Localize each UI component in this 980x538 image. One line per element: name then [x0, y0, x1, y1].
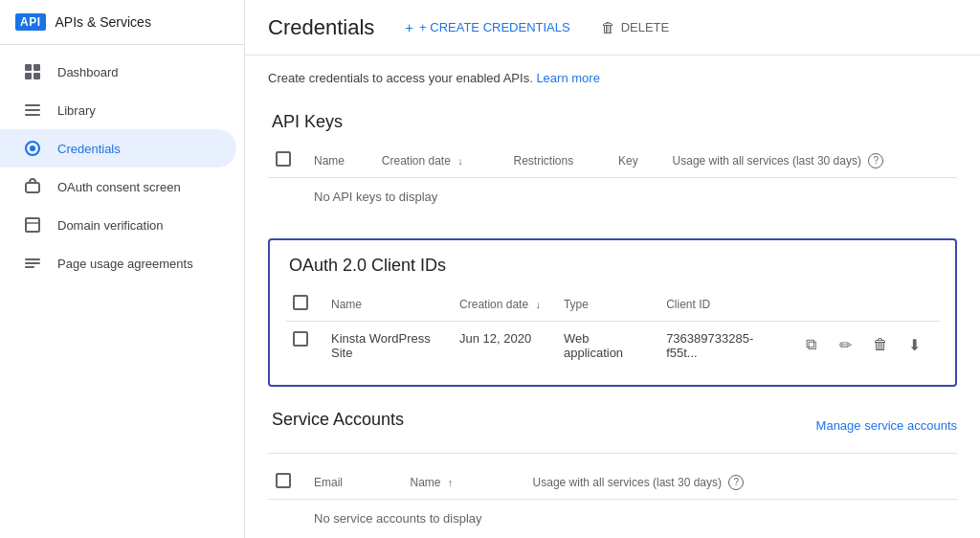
svg-rect-4	[25, 104, 40, 106]
api-keys-select-all-checkbox[interactable]	[276, 151, 291, 167]
sidebar-item-label-library: Library	[57, 103, 96, 118]
svg-rect-2	[25, 73, 32, 79]
sidebar-item-domain[interactable]: Domain verification	[0, 206, 236, 244]
create-credentials-button[interactable]: + + CREATE CREDENTIALS	[397, 13, 577, 41]
svg-rect-6	[25, 114, 40, 116]
delete-icon: 🗑	[601, 19, 615, 35]
oauth-row-checkbox-cell	[285, 322, 320, 370]
oauth-row-client-id: 736389733285-f55t...	[655, 322, 787, 370]
sidebar-title: APIs & Services	[56, 14, 151, 30]
oauth-row-checkbox[interactable]	[293, 331, 308, 347]
api-logo: API	[15, 13, 46, 31]
sidebar-item-label-domain: Domain verification	[57, 218, 164, 233]
svg-rect-9	[26, 183, 39, 192]
api-keys-header-checkbox-cell	[268, 144, 302, 178]
svg-rect-10	[26, 218, 39, 232]
api-keys-col-creation-date[interactable]: Creation date ↓	[370, 144, 502, 178]
svg-rect-0	[25, 64, 32, 71]
service-accounts-header: Service Accounts Manage service accounts	[268, 410, 957, 441]
info-text: Create credentials to access your enable…	[268, 71, 533, 85]
oauth-creation-date-sort-icon: ↓	[535, 299, 541, 310]
sidebar-credentials-icon	[23, 139, 42, 158]
content-area: Create credentials to access your enable…	[245, 56, 980, 538]
api-keys-col-usage: Usage with all services (last 30 days) ?	[661, 144, 957, 178]
section-divider	[268, 453, 957, 454]
action-icons: ⧉ ✏ 🗑 ⬇	[798, 331, 928, 358]
oauth-table: Name Creation date ↓ Type Client ID	[285, 287, 940, 370]
svg-rect-5	[25, 109, 40, 111]
sa-empty-text: No service accounts to display	[302, 500, 957, 538]
oauth-row-date: Jun 12, 2020	[448, 322, 552, 370]
creation-date-sort-icon: ↓	[457, 155, 463, 167]
oauth-title: OAuth 2.0 Client IDs	[285, 256, 940, 276]
oauth-row-type: Web application	[552, 322, 655, 370]
sidebar-library-icon	[23, 101, 42, 120]
oauth-header-checkbox-cell	[285, 287, 320, 322]
manage-service-accounts-link[interactable]: Manage service accounts	[816, 418, 957, 433]
sa-col-email: Email	[302, 465, 399, 500]
svg-rect-1	[33, 64, 40, 71]
sa-col-name[interactable]: Name ↑	[399, 465, 522, 500]
sidebar-item-dashboard[interactable]: Dashboard	[0, 53, 236, 91]
delete-button[interactable]: 🗑 DELETE	[593, 13, 678, 41]
api-keys-title: API Keys	[268, 112, 957, 132]
sidebar-nav: DashboardLibraryCredentialsOAuth consent…	[0, 45, 244, 282]
oauth-col-client-id: Client ID	[655, 287, 787, 322]
sidebar-oauth-icon	[23, 177, 42, 196]
api-keys-section: API Keys Name Creation date ↓ Restrictio…	[268, 112, 957, 215]
oauth-col-actions	[787, 287, 940, 322]
svg-rect-3	[33, 73, 40, 79]
sidebar-item-credentials[interactable]: Credentials	[0, 129, 236, 168]
sa-usage-help-icon[interactable]: ?	[728, 475, 744, 490]
sa-name-sort-icon: ↑	[448, 477, 454, 488]
api-keys-table: Name Creation date ↓ Restrictions Key Us…	[268, 144, 957, 215]
sidebar-item-label-page-usage: Page usage agreements	[57, 257, 193, 271]
api-keys-col-name: Name	[302, 144, 370, 178]
sa-header-checkbox-cell	[268, 465, 302, 500]
main-content: Credentials + + CREATE CREDENTIALS 🗑 DEL…	[245, 0, 980, 538]
svg-point-8	[30, 146, 35, 151]
create-credentials-label: + CREATE CREDENTIALS	[419, 20, 570, 34]
page-title: Credentials	[268, 15, 374, 40]
svg-rect-13	[25, 262, 40, 264]
sa-col-usage: Usage with all services (last 30 days) ?	[522, 465, 957, 500]
svg-rect-14	[25, 266, 34, 268]
oauth-row-name: Kinsta WordPress Site	[320, 322, 448, 370]
svg-rect-12	[25, 258, 40, 260]
service-accounts-section: Service Accounts Manage service accounts…	[268, 410, 957, 537]
oauth-col-type: Type	[552, 287, 655, 322]
sidebar-item-oauth[interactable]: OAuth consent screen	[0, 168, 236, 206]
sidebar-item-label-oauth: OAuth consent screen	[57, 180, 181, 194]
oauth-section: OAuth 2.0 Client IDs Name Creation date …	[268, 238, 957, 387]
sidebar-domain-icon	[23, 215, 42, 235]
plus-icon: +	[405, 19, 413, 35]
sidebar-item-label-credentials: Credentials	[57, 142, 121, 156]
learn-more-link[interactable]: Learn more	[536, 71, 599, 85]
trash-icon[interactable]: 🗑	[867, 331, 894, 358]
info-bar: Create credentials to access your enable…	[268, 71, 957, 93]
api-keys-col-restrictions: Restrictions	[501, 144, 607, 178]
usage-help-icon[interactable]: ?	[868, 153, 883, 168]
sidebar-item-library[interactable]: Library	[0, 91, 236, 129]
api-keys-empty-row: No API keys to display	[268, 178, 957, 216]
sidebar-header: API APIs & Services	[0, 0, 244, 45]
oauth-row-actions: ⧉ ✏ 🗑 ⬇	[787, 322, 940, 370]
edit-icon[interactable]: ✏	[833, 331, 859, 358]
sidebar: API APIs & Services DashboardLibraryCred…	[0, 0, 245, 538]
download-icon[interactable]: ⬇	[902, 331, 928, 358]
api-keys-col-key: Key	[607, 144, 660, 178]
sidebar-dashboard-icon	[23, 62, 42, 81]
oauth-col-creation-date[interactable]: Creation date ↓	[448, 287, 552, 322]
sidebar-item-page-usage[interactable]: Page usage agreements	[0, 244, 236, 282]
sidebar-page-usage-icon	[23, 254, 42, 273]
top-bar: Credentials + + CREATE CREDENTIALS 🗑 DEL…	[245, 0, 980, 56]
oauth-col-name: Name	[320, 287, 448, 322]
copy-icon[interactable]: ⧉	[798, 331, 825, 358]
sa-select-all-checkbox[interactable]	[276, 473, 291, 488]
service-accounts-table: Email Name ↑ Usage with all services (la…	[268, 465, 957, 537]
service-accounts-title: Service Accounts	[268, 410, 404, 430]
sa-empty-row: No service accounts to display	[268, 500, 957, 538]
oauth-select-all-checkbox[interactable]	[293, 295, 308, 310]
api-keys-empty-text: No API keys to display	[302, 178, 957, 216]
table-row: Kinsta WordPress Site Jun 12, 2020 Web a…	[285, 322, 940, 370]
